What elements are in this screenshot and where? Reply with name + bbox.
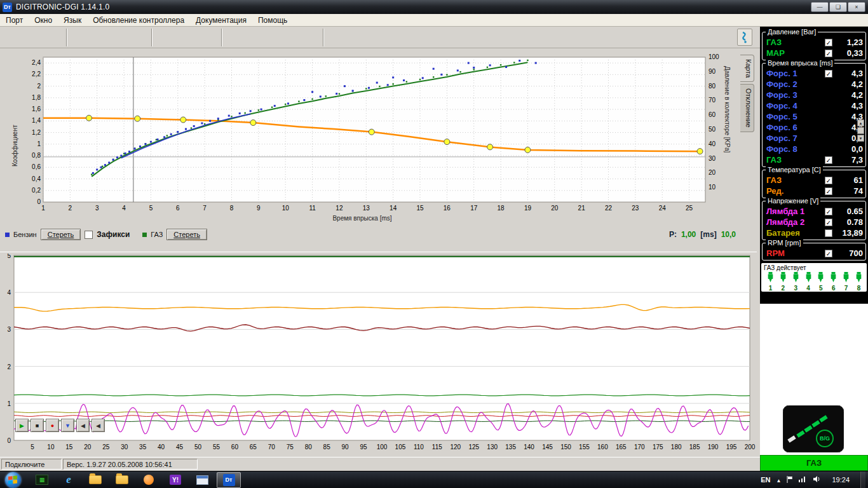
- svg-text:24: 24: [659, 205, 667, 212]
- menu-item-6[interactable]: Помощь: [252, 15, 293, 26]
- rewind-button[interactable]: ◀: [92, 419, 105, 432]
- gas-clear-button[interactable]: Стереть: [166, 229, 207, 240]
- fuel-switch-label[interactable]: B/G: [820, 435, 830, 442]
- row-checkbox[interactable]: ✓: [825, 208, 832, 215]
- oscilloscope-chart[interactable]: 0123455101520253035404550556065707580859…: [0, 254, 757, 456]
- row-checkbox[interactable]: ✓: [825, 219, 832, 226]
- taskbar-app-media[interactable]: ▦: [30, 472, 54, 488]
- x-axis-label: Время впрыска [ms]: [267, 215, 458, 222]
- group-title: Напряжение [V]: [766, 197, 820, 205]
- group-injection-time: Время впрыска [ms]Форс. 1✓4,3Форс. 24,2Ф…: [762, 63, 866, 167]
- network-icon[interactable]: [798, 475, 807, 484]
- row-checkbox[interactable]: ✓: [825, 156, 832, 164]
- row-checkbox[interactable]: ✓: [825, 39, 832, 46]
- row-label: Лямбда 1: [766, 207, 804, 216]
- injection-scrollbar[interactable]: ▲▼: [857, 119, 864, 142]
- tab-deviation[interactable]: Отклонение: [740, 84, 754, 132]
- svg-text:2,4: 2,4: [32, 59, 41, 66]
- petrol-clear-button[interactable]: Стереть: [41, 229, 81, 240]
- language-indicator[interactable]: EN: [761, 476, 770, 484]
- minimize-button[interactable]: —: [811, 2, 829, 12]
- svg-text:120: 120: [450, 444, 461, 451]
- row-checkbox[interactable]: ✓: [825, 50, 832, 57]
- hidden-icons-arrow[interactable]: ▲: [776, 476, 782, 484]
- menu-item-3[interactable]: Язык: [58, 15, 87, 26]
- svg-text:0,6: 0,6: [32, 163, 41, 170]
- svg-text:4: 4: [122, 205, 126, 212]
- svg-text:9: 9: [257, 205, 261, 212]
- svg-text:195: 195: [726, 444, 737, 451]
- row-label: Форс. 2: [766, 79, 797, 89]
- menu-item-1[interactable]: Порт: [0, 15, 29, 26]
- taskbar-app-digitronic[interactable]: Dт: [217, 472, 241, 488]
- start-button[interactable]: [5, 472, 21, 488]
- svg-text:105: 105: [395, 444, 406, 451]
- taskbar-app-window[interactable]: [190, 472, 214, 488]
- record-button[interactable]: ●: [46, 419, 59, 432]
- row-label: ГАЗ: [766, 175, 782, 185]
- row-checkbox[interactable]: [825, 229, 832, 237]
- p-unit: [ms]: [700, 230, 716, 239]
- action-center-flag-icon[interactable]: [786, 475, 793, 485]
- svg-text:70: 70: [268, 444, 276, 451]
- row-value: 4,3: [832, 69, 863, 78]
- row-label: Форс. 6: [766, 123, 797, 132]
- row-value: 4,3: [832, 101, 863, 111]
- row-checkbox[interactable]: ✓: [825, 250, 832, 257]
- row-checkbox[interactable]: ✓: [825, 187, 832, 195]
- step-back-button[interactable]: ◀: [76, 419, 90, 432]
- connection-icon[interactable]: [737, 29, 752, 46]
- svg-text:1: 1: [37, 140, 41, 147]
- menubar: ПортОкноЯзыкОбновление контроллераДокуме…: [0, 14, 868, 27]
- show-desktop-button[interactable]: [860, 471, 865, 488]
- telemetry-row-pressure-2: MAP✓0,33: [766, 48, 863, 58]
- taskbar: ▦eY!Dт EN ▲ 19:24: [0, 471, 868, 488]
- fix-checkbox[interactable]: [85, 231, 93, 239]
- svg-text:80: 80: [305, 444, 313, 451]
- svg-text:40: 40: [709, 140, 716, 147]
- fix-label: Зафикси: [97, 230, 130, 239]
- svg-text:150: 150: [560, 444, 571, 451]
- svg-text:110: 110: [414, 444, 424, 451]
- row-checkbox[interactable]: ✓: [825, 70, 832, 78]
- tray-clock[interactable]: 19:24: [827, 476, 855, 484]
- svg-text:1: 1: [7, 400, 11, 407]
- row-value: 13,89: [832, 228, 863, 238]
- taskbar-app-internet-explorer[interactable]: e: [57, 472, 81, 488]
- taskbar-app-yahoo[interactable]: Y!: [163, 472, 187, 488]
- svg-text:60: 60: [231, 444, 239, 451]
- row-value: 1,23: [832, 37, 863, 47]
- volume-icon[interactable]: [812, 475, 821, 484]
- svg-text:45: 45: [176, 444, 184, 451]
- menu-item-4[interactable]: Обновление контроллера: [87, 15, 190, 26]
- svg-text:21: 21: [578, 205, 586, 212]
- maximize-button[interactable]: ❏: [829, 2, 847, 12]
- status-version: Верс. 1.9.27 20.05.2008 10:56:41: [63, 459, 198, 470]
- taskbar-app-documents[interactable]: [110, 472, 134, 488]
- svg-text:0,8: 0,8: [32, 152, 41, 159]
- fuel-level-widget[interactable]: B/G: [783, 405, 844, 455]
- row-label: ГАЗ: [766, 37, 782, 47]
- telemetry-row-voltage-1: Лямбда 1✓0.65: [766, 206, 863, 217]
- stop-button[interactable]: ■: [31, 419, 44, 432]
- taskbar-app-player[interactable]: [137, 472, 161, 488]
- row-checkbox[interactable]: ✓: [825, 177, 832, 184]
- play-button[interactable]: ▶: [15, 419, 29, 432]
- svg-text:175: 175: [653, 444, 663, 451]
- row-label: Батарея: [766, 228, 800, 238]
- svg-text:2,2: 2,2: [32, 71, 41, 78]
- svg-text:19: 19: [524, 205, 532, 212]
- svg-text:30: 30: [121, 444, 128, 451]
- taskbar-app-folder[interactable]: [83, 472, 107, 488]
- row-value: 74: [832, 186, 863, 196]
- marker-button[interactable]: ▼: [61, 419, 74, 432]
- tab-map[interactable]: Карта: [740, 55, 754, 82]
- menu-item-5[interactable]: Документация: [190, 15, 252, 26]
- menu-item-2[interactable]: Окно: [29, 15, 58, 26]
- close-button[interactable]: ×: [848, 2, 865, 12]
- telemetry-row-injection-time-5: Форс. 54,3: [766, 111, 863, 122]
- coefficient-map-chart[interactable]: 1234567891011121314151617181920212223242…: [22, 53, 737, 215]
- row-label: Форс. 5: [766, 112, 797, 121]
- svg-text:65: 65: [250, 444, 257, 451]
- injector-8-icon: 8: [853, 272, 864, 291]
